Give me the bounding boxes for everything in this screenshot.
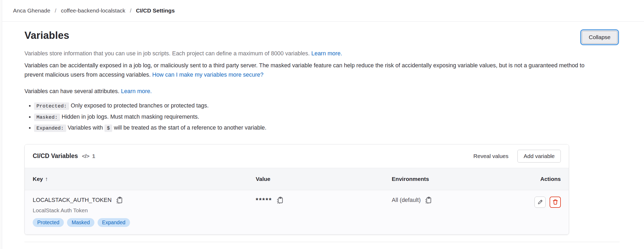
- list-item-protected: Protected: Only exposed to protected bra…: [34, 102, 620, 110]
- column-header-value: Value: [248, 168, 384, 190]
- variables-count: 1: [92, 153, 95, 159]
- variable-description: LocalStack Auth Token: [33, 207, 240, 214]
- copy-value-button[interactable]: [276, 197, 283, 204]
- copy-icon: [276, 197, 283, 204]
- key-header-label: Key: [33, 176, 43, 182]
- expanded-description-after: will be treated as the start of a refere…: [114, 124, 266, 131]
- list-item-masked: Masked: Hidden in job logs. Must match m…: [34, 113, 620, 121]
- protected-description: Only exposed to protected branches or pr…: [71, 102, 209, 109]
- actions-cell: [506, 190, 569, 234]
- variables-warning-text: Variables can be accidentally exposed in…: [24, 61, 599, 79]
- warning-text: Variables can be accidentally exposed in…: [24, 62, 584, 78]
- badge-row: Protected Masked Expanded: [33, 218, 240, 227]
- breadcrumb-separator: /: [55, 7, 56, 14]
- page-title: Variables: [24, 30, 69, 41]
- variables-table: Key↑ Value Environments Actions LOCALSTA…: [25, 168, 569, 234]
- reveal-values-button[interactable]: Reveal values: [469, 150, 513, 162]
- breadcrumb-project-link[interactable]: coffee-backend-localstack: [61, 7, 125, 14]
- intro-text: Variables store information that you can…: [24, 50, 310, 57]
- table-header-row: Key↑ Value Environments Actions: [25, 168, 569, 190]
- column-header-actions: Actions: [506, 168, 569, 190]
- list-item-expanded: Expanded: Variables with $ will be treat…: [34, 124, 620, 132]
- variables-card-header: CI/CD Variables </> 1 Reveal values Add …: [25, 144, 569, 168]
- settings-content: Variables Collapse Variables store infor…: [0, 30, 644, 242]
- breadcrumb-user-link[interactable]: Anca Ghenade: [13, 7, 50, 14]
- attributes-learn-more-link[interactable]: Learn more.: [121, 88, 152, 94]
- copy-icon: [115, 197, 123, 204]
- column-header-key[interactable]: Key↑: [25, 168, 248, 190]
- cicd-variables-card: CI/CD Variables </> 1 Reveal values Add …: [24, 144, 569, 235]
- protected-code-chip: Protected:: [34, 102, 69, 110]
- attributes-text: Variables can have several attributes.: [24, 88, 119, 94]
- variable-key: LOCALSTACK_AUTH_TOKEN: [33, 197, 112, 204]
- protected-badge: Protected: [33, 218, 64, 227]
- masked-variable-value: *****: [256, 197, 272, 203]
- environments-cell: All (default): [384, 190, 506, 234]
- copy-icon: [424, 197, 432, 204]
- edit-variable-button[interactable]: [534, 197, 546, 208]
- environment-scope: All (default): [392, 197, 421, 204]
- sort-ascending-icon: ↑: [45, 176, 48, 182]
- masked-badge: Masked: [67, 218, 94, 227]
- secure-variables-link[interactable]: How can I make my variables more secure?: [152, 72, 263, 78]
- delete-variable-button[interactable]: [550, 197, 561, 208]
- expanded-code-chip: Expanded:: [34, 124, 66, 132]
- add-variable-button[interactable]: Add variable: [517, 150, 561, 163]
- key-cell: LOCALSTACK_AUTH_TOKEN LocalStack Auth To…: [25, 190, 248, 234]
- copy-environment-button[interactable]: [424, 197, 432, 204]
- masked-description: Hidden in job logs. Must match masking r…: [62, 114, 199, 120]
- expanded-description-before: Variables with: [68, 124, 103, 131]
- variables-section-header: Variables Collapse: [24, 30, 620, 44]
- attribute-list: Protected: Only exposed to protected bra…: [28, 102, 620, 132]
- breadcrumb: Anca Ghenade / coffee-backend-localstack…: [0, 0, 644, 22]
- value-cell: *****: [248, 190, 384, 234]
- dollar-code-chip: $: [104, 124, 112, 132]
- variables-intro-text: Variables store information that you can…: [24, 49, 620, 58]
- breadcrumb-separator: /: [130, 7, 131, 14]
- variables-card-title: CI/CD Variables: [33, 152, 78, 160]
- collapse-button[interactable]: Collapse: [582, 31, 617, 44]
- code-icon: </>: [82, 153, 89, 159]
- variable-row: LOCALSTACK_AUTH_TOKEN LocalStack Auth To…: [25, 190, 569, 234]
- learn-more-link[interactable]: Learn more.: [311, 50, 342, 57]
- collapsed-sidebar-edge: [0, 0, 2, 249]
- variables-attributes-text: Variables can have several attributes. L…: [24, 88, 620, 95]
- trash-icon: [552, 199, 558, 205]
- breadcrumb-current-page: CI/CD Settings: [136, 7, 175, 14]
- masked-code-chip: Masked:: [34, 114, 60, 121]
- expanded-badge: Expanded: [98, 218, 130, 227]
- copy-key-button[interactable]: [115, 197, 123, 204]
- column-header-environments: Environments: [384, 168, 506, 190]
- section-divider: [24, 242, 620, 242]
- pencil-icon: [537, 199, 543, 205]
